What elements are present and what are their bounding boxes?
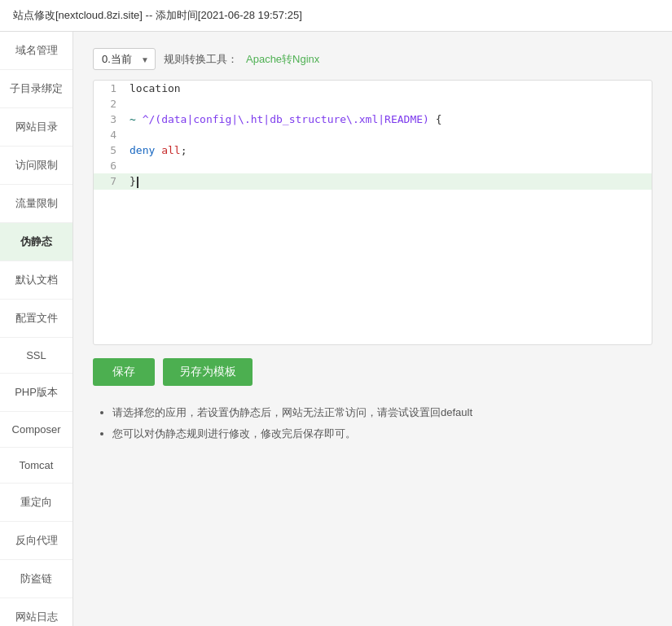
line-num-14 (94, 282, 123, 298)
code-line-11 (94, 236, 652, 252)
line-num-5: 5 (94, 142, 123, 158)
sidebar-item-子目录绑定[interactable]: 子目录绑定 (0, 70, 72, 108)
line-content-7: } (123, 173, 652, 190)
line-content-4 (123, 127, 652, 142)
line-num-10 (94, 221, 123, 236)
code-line-4: 4 (94, 127, 652, 142)
code-line-14 (94, 282, 652, 298)
note-item-1: 请选择您的应用，若设置伪静态后，网站无法正常访问，请尝试设置回default (112, 402, 652, 423)
line-content-6 (123, 158, 652, 173)
save-template-button[interactable]: 另存为模板 (163, 358, 253, 386)
line-content-12 (123, 252, 652, 267)
code-line-10 (94, 221, 652, 236)
code-line-8 (94, 190, 652, 205)
sidebar-item-Composer[interactable]: Composer (0, 412, 72, 448)
sidebar-item-反向代理[interactable]: 反向代理 (0, 522, 72, 560)
line-num-7: 7 (94, 173, 123, 190)
save-button[interactable]: 保存 (93, 358, 155, 386)
rule-select-wrapper[interactable]: 0.当前 (93, 48, 156, 70)
sidebar-item-配置文件[interactable]: 配置文件 (0, 300, 72, 338)
line-num-12 (94, 252, 123, 267)
line-content-2 (123, 96, 652, 112)
code-line-12 (94, 252, 652, 267)
code-editor[interactable]: 1 location 2 3 ~ ^/(data|config|\.ht|db_… (93, 80, 652, 345)
code-line-7: 7 } (94, 173, 652, 190)
line-num-11 (94, 236, 123, 252)
apache-to-nginx-link[interactable]: Apache转Nginx (246, 52, 319, 67)
page-header: 站点修改[nextcloud.8zi.site] -- 添加时间[2021-06… (0, 0, 672, 32)
code-line-5: 5 deny all; (94, 142, 652, 158)
line-content-8 (123, 190, 652, 205)
line-content-17 (123, 329, 652, 344)
content-area: 0.当前 规则转换工具： Apache转Nginx 1 location 2 (73, 32, 672, 626)
sidebar-item-域名管理[interactable]: 域名管理 (0, 32, 72, 70)
code-line-16 (94, 313, 652, 329)
line-content-15 (123, 298, 652, 313)
code-line-3: 3 ~ ^/(data|config|\.ht|db_structure\.xm… (94, 112, 652, 127)
sidebar-item-防盗链[interactable]: 防盗链 (0, 560, 72, 598)
sidebar-item-Tomcat[interactable]: Tomcat (0, 448, 72, 484)
rule-label: 规则转换工具： (164, 52, 238, 67)
code-lines: 1 location 2 3 ~ ^/(data|config|\.ht|db_… (94, 81, 652, 344)
line-content-1: location (123, 81, 652, 96)
line-content-10 (123, 221, 652, 236)
sidebar-item-默认文档[interactable]: 默认文档 (0, 261, 72, 300)
line-num-6: 6 (94, 158, 123, 173)
rule-bar: 0.当前 规则转换工具： Apache转Nginx (93, 48, 652, 70)
line-num-1: 1 (94, 81, 123, 96)
note-item-2: 您可以对伪静态规则进行修改，修改完后保存即可。 (112, 423, 652, 444)
line-content-11 (123, 236, 652, 252)
line-content-5: deny all; (123, 142, 652, 158)
line-num-4: 4 (94, 127, 123, 142)
code-line-9 (94, 205, 652, 221)
main-layout: 域名管理子目录绑定网站目录访问限制流量限制伪静态默认文档配置文件SSLPHP版本… (0, 32, 672, 626)
sidebar: 域名管理子目录绑定网站目录访问限制流量限制伪静态默认文档配置文件SSLPHP版本… (0, 32, 73, 626)
line-content-16 (123, 313, 652, 329)
line-num-17 (94, 329, 123, 344)
sidebar-item-流量限制[interactable]: 流量限制 (0, 185, 72, 223)
line-num-2: 2 (94, 96, 123, 112)
sidebar-item-网站目录[interactable]: 网站目录 (0, 108, 72, 147)
sidebar-item-重定向[interactable]: 重定向 (0, 484, 72, 522)
line-num-8 (94, 190, 123, 205)
code-line-2: 2 (94, 96, 652, 112)
header-title: 站点修改[nextcloud.8zi.site] -- 添加时间[2021-06… (13, 9, 302, 21)
line-num-15 (94, 298, 123, 313)
code-line-6: 6 (94, 158, 652, 173)
rule-select[interactable]: 0.当前 (93, 48, 156, 70)
code-line-13 (94, 267, 652, 282)
line-content-13 (123, 267, 652, 282)
line-content-9 (123, 205, 652, 221)
action-buttons: 保存 另存为模板 (93, 358, 652, 386)
code-line-15 (94, 298, 652, 313)
code-line-17 (94, 329, 652, 344)
sidebar-item-访问限制[interactable]: 访问限制 (0, 147, 72, 185)
sidebar-item-SSL[interactable]: SSL (0, 338, 72, 374)
sidebar-item-PHP版本[interactable]: PHP版本 (0, 374, 72, 412)
sidebar-item-伪静态[interactable]: 伪静态 (0, 223, 72, 261)
line-num-3: 3 (94, 112, 123, 127)
line-content-3: ~ ^/(data|config|\.ht|db_structure\.xml|… (123, 112, 652, 127)
code-line-1: 1 location (94, 81, 652, 96)
line-content-14 (123, 282, 652, 298)
sidebar-item-网站日志[interactable]: 网站日志 (0, 598, 72, 626)
notes-list: 请选择您的应用，若设置伪静态后，网站无法正常访问，请尝试设置回default 您… (93, 402, 652, 444)
line-num-9 (94, 205, 123, 221)
line-num-16 (94, 313, 123, 329)
line-num-13 (94, 267, 123, 282)
